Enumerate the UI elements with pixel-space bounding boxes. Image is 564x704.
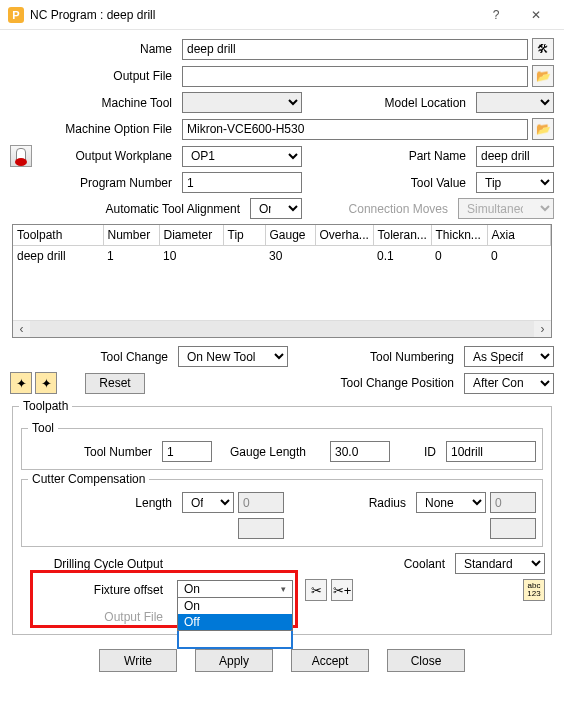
tool-change-position-label: Tool Change Position (149, 376, 460, 390)
tool-group-label: Tool (28, 421, 58, 435)
horizontal-scrollbar[interactable]: ‹ › (13, 320, 551, 337)
drilling-cycle-dropdown[interactable]: On ▾ On Off (177, 580, 293, 631)
tool-change-select[interactable]: On New Tool (178, 346, 288, 367)
name-label: Name (36, 42, 178, 56)
model-location-label: Model Location (306, 96, 472, 110)
toolpath-group-label: Toolpath (19, 399, 72, 413)
output-workplane-select[interactable]: OP1 (182, 146, 302, 167)
tool-number-input[interactable] (162, 441, 212, 462)
col-axial[interactable]: Axia (487, 225, 551, 246)
connection-moves-label: Connection Moves (306, 202, 454, 216)
folder-icon: 📂 (536, 122, 551, 136)
title-bar: P NC Program : deep drill ? ✕ (0, 0, 564, 30)
close-button[interactable]: ✕ (516, 8, 556, 22)
id-input[interactable] (446, 441, 536, 462)
close-dialog-button[interactable]: Close (387, 649, 465, 672)
fixture-offset-input[interactable] (177, 628, 293, 649)
gauge-length-label: Gauge Length (216, 445, 326, 459)
scroll-right-icon[interactable]: › (534, 322, 551, 336)
coolant-label: Coolant (293, 557, 451, 571)
machine-option-file-label: Machine Option File (36, 122, 178, 136)
col-diameter[interactable]: Diameter (159, 225, 223, 246)
col-number[interactable]: Number (103, 225, 159, 246)
machine-option-file-browse-icon[interactable]: 📂 (532, 118, 554, 140)
col-tolerance[interactable]: Toleran... (373, 225, 431, 246)
abc123-icon[interactable]: abc 123 (523, 579, 545, 601)
output-file-label: Output File (36, 69, 178, 83)
radius-value-input (490, 492, 536, 513)
radius-extra-input (490, 518, 536, 539)
fixture-icon-1[interactable]: ✂ (305, 579, 327, 601)
tool-change-position-select[interactable]: After Connecti (464, 373, 554, 394)
help-button[interactable]: ? (476, 8, 516, 22)
col-toolpath[interactable]: Toolpath (13, 225, 103, 246)
radius-select[interactable]: None (416, 492, 486, 513)
drilling-cycle-selected[interactable]: On ▾ (178, 581, 292, 598)
tool-group: Tool Tool Number Gauge Length ID (21, 421, 543, 470)
coolant-select[interactable]: Standard (455, 553, 545, 574)
model-location-select[interactable] (476, 92, 554, 113)
program-number-input[interactable] (182, 172, 302, 193)
tool-number-label: Tool Number (28, 445, 158, 459)
accept-button[interactable]: Accept (291, 649, 369, 672)
wrench-icon: 🛠 (537, 42, 549, 56)
tool-value-select[interactable]: Tip (476, 172, 554, 193)
drilling-cycle-option-off[interactable]: Off (178, 614, 292, 630)
connection-moves-select: Simultaneous (458, 198, 554, 219)
length-select[interactable]: Off (182, 492, 234, 513)
machine-option-file-input[interactable] (182, 119, 528, 140)
cutter-comp-group: Cutter Compensation Length Off Radius No… (21, 472, 543, 547)
col-thickness[interactable]: Thickn... (431, 225, 487, 246)
chevron-down-icon: ▾ (281, 584, 286, 594)
tool-numbering-select[interactable]: As Specified (464, 346, 554, 367)
drilling-cycle-option-on[interactable]: On (178, 598, 292, 614)
scroll-left-icon[interactable]: ‹ (13, 322, 30, 336)
col-tip[interactable]: Tip (223, 225, 265, 246)
toolbar-icon-2[interactable]: ✦ (35, 372, 57, 394)
part-name-input[interactable] (476, 146, 554, 167)
tool-value-label: Tool Value (306, 176, 472, 190)
cutter-comp-label: Cutter Compensation (28, 472, 149, 486)
thermometer-icon[interactable] (10, 145, 32, 167)
col-overhang[interactable]: Overha... (315, 225, 373, 246)
table-header-row: Toolpath Number Diameter Tip Gauge Overh… (13, 225, 551, 246)
program-number-label: Program Number (36, 176, 178, 190)
col-gauge[interactable]: Gauge (265, 225, 315, 246)
window-title: NC Program : deep drill (30, 8, 476, 22)
auto-tool-align-select[interactable]: On (250, 198, 302, 219)
write-button[interactable]: Write (99, 649, 177, 672)
output-workplane-label: Output Workplane (36, 149, 178, 163)
machine-tool-label: Machine Tool (36, 96, 178, 110)
table-row[interactable]: deep drill 1 10 30 0.1 0 0 (13, 246, 551, 267)
name-input[interactable] (182, 39, 528, 60)
fixture-icon-2[interactable]: ✂+ (331, 579, 353, 601)
output-file2-label: Output File (19, 610, 169, 624)
length-label: Length (28, 496, 178, 510)
output-file-browse-icon[interactable]: 📂 (532, 65, 554, 87)
output-file-input[interactable] (182, 66, 528, 87)
length-value-input (238, 492, 284, 513)
length-extra-input (238, 518, 284, 539)
app-icon: P (8, 7, 24, 23)
reset-button[interactable]: Reset (85, 373, 145, 394)
toolbar-icon-1[interactable]: ✦ (10, 372, 32, 394)
machine-tool-select[interactable] (182, 92, 302, 113)
tool-numbering-label: Tool Numbering (292, 350, 460, 364)
auto-tool-align-label: Automatic Tool Alignment (36, 202, 246, 216)
part-name-label: Part Name (306, 149, 472, 163)
gauge-length-input[interactable] (330, 441, 390, 462)
toolpath-table[interactable]: Toolpath Number Diameter Tip Gauge Overh… (12, 224, 552, 338)
folder-icon: 📂 (536, 69, 551, 83)
fixture-offset-label: Fixture offset (19, 583, 169, 597)
tool-change-label: Tool Change (10, 350, 174, 364)
apply-button[interactable]: Apply (195, 649, 273, 672)
drilling-cycle-label: Drilling Cycle Output (19, 557, 169, 571)
radius-label: Radius (288, 496, 412, 510)
id-label: ID (394, 445, 442, 459)
name-settings-icon[interactable]: 🛠 (532, 38, 554, 60)
